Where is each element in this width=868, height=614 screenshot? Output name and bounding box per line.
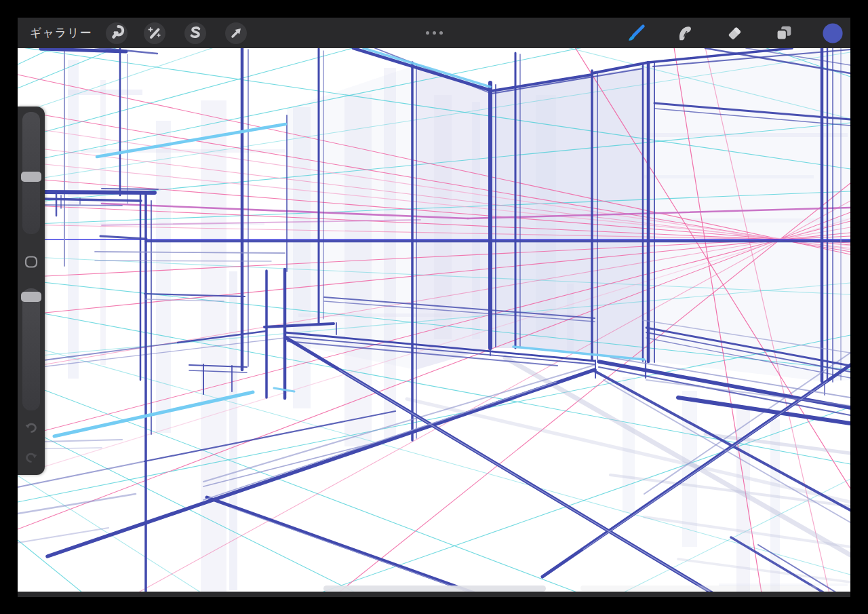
actions-button[interactable] [106, 22, 127, 44]
paint-tool-button[interactable] [625, 22, 647, 44]
dot-icon [426, 31, 429, 35]
eraser-icon [724, 22, 745, 45]
perspective-sketch [18, 48, 850, 592]
redo-button[interactable] [23, 450, 39, 466]
canvas-options-dots[interactable] [415, 18, 453, 48]
wrench-icon [106, 22, 127, 44]
transform-button[interactable] [225, 22, 247, 44]
ipad-screen: ギャラリー [0, 0, 868, 614]
layers-icon [773, 22, 795, 45]
brush-icon [625, 22, 647, 45]
color-circle-icon [822, 22, 844, 45]
square-icon [24, 254, 39, 269]
brush-sidebar [18, 107, 45, 475]
opacity-slider[interactable] [22, 288, 40, 410]
canvas-bottom-strip [18, 592, 850, 597]
smudge-icon [674, 22, 696, 45]
s-curve-icon [184, 22, 206, 44]
undo-arrow-icon [23, 420, 39, 436]
color-swatch-button[interactable] [822, 22, 844, 44]
erase-tool-button[interactable] [724, 22, 745, 44]
drawing-canvas[interactable] [18, 48, 850, 592]
undo-button[interactable] [23, 420, 39, 436]
home-indicator-ghost [580, 586, 816, 591]
top-toolbar: ギャラリー [18, 18, 850, 48]
redo-arrow-icon [23, 450, 39, 466]
dot-icon [433, 31, 436, 35]
modify-button[interactable] [24, 254, 39, 269]
magic-wand-icon [144, 22, 165, 44]
brush-size-handle[interactable] [21, 172, 41, 182]
selection-button[interactable] [184, 22, 206, 44]
opacity-handle[interactable] [21, 292, 41, 302]
adjustments-button[interactable] [144, 22, 165, 44]
layers-button[interactable] [773, 22, 795, 44]
smudge-tool-button[interactable] [674, 22, 696, 44]
gallery-button[interactable]: ギャラリー [30, 18, 92, 48]
home-indicator[interactable] [323, 586, 546, 592]
arrow-cursor-icon [225, 22, 247, 44]
dot-icon [439, 31, 443, 35]
